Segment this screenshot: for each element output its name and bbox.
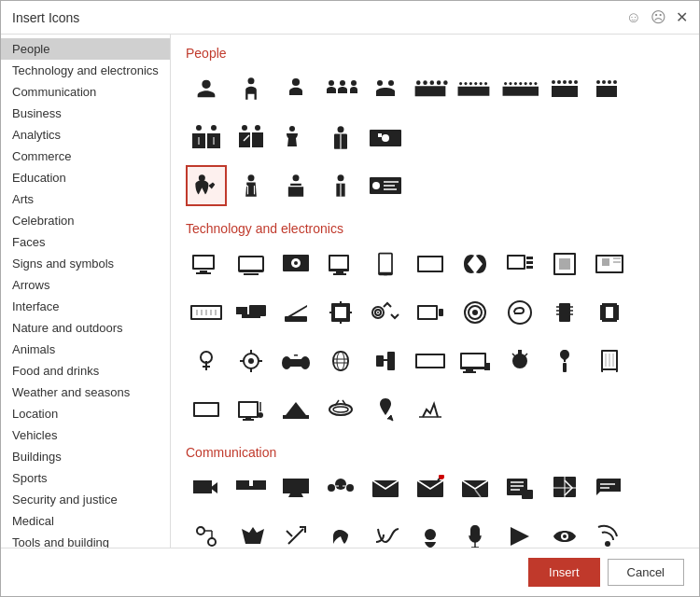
icon-cell[interactable] (186, 68, 227, 109)
sidebar-item-sports[interactable]: Sports (1, 467, 170, 489)
icon-cell[interactable] (455, 467, 496, 508)
icon-cell[interactable] (365, 243, 406, 285)
sidebar-item-education[interactable]: Education (1, 167, 170, 188)
icon-cell[interactable] (320, 292, 361, 333)
sidebar-item-buildings[interactable]: Buildings (1, 446, 170, 467)
icon-cell[interactable] (231, 340, 272, 382)
icon-cell[interactable] (231, 292, 272, 333)
sidebar-item-interface[interactable]: Interface (1, 296, 170, 317)
sidebar-item-people[interactable]: People (1, 38, 170, 60)
icon-cell[interactable] (544, 467, 585, 508)
icon-cell[interactable] (320, 467, 361, 508)
sidebar-item-business[interactable]: Business (1, 103, 170, 124)
icon-cell[interactable] (275, 292, 316, 333)
sidebar-item-signs-and-symbols[interactable]: Signs and symbols (1, 253, 170, 274)
icon-cell[interactable] (589, 68, 630, 109)
insert-button[interactable]: Insert (528, 558, 600, 587)
icon-cell[interactable] (275, 389, 316, 430)
icon-cell[interactable] (455, 243, 496, 285)
close-icon[interactable]: ✕ (676, 8, 688, 26)
sidebar-item-food-and-drinks[interactable]: Food and drinks (1, 360, 170, 382)
icon-cell[interactable] (499, 340, 540, 382)
icon-cell[interactable] (320, 389, 361, 430)
sidebar-item-technology-and-electronics[interactable]: Technology and electronics (1, 60, 170, 81)
icon-cell[interactable] (186, 117, 227, 158)
icon-cell[interactable] (589, 516, 630, 548)
icon-cell[interactable] (365, 68, 406, 109)
sidebar-item-faces[interactable]: Faces (1, 231, 170, 253)
icon-cell[interactable] (320, 516, 361, 548)
icon-cell[interactable] (589, 243, 630, 285)
icon-cell[interactable] (455, 340, 496, 382)
icon-cell[interactable] (320, 117, 361, 158)
sidebar-item-weather-and-seasons[interactable]: Weather and seasons (1, 382, 170, 403)
icon-cell[interactable] (410, 389, 451, 430)
sidebar-item-security-and-justice[interactable]: Security and justice (1, 489, 170, 510)
sidebar-item-arts[interactable]: Arts (1, 188, 170, 210)
icon-cell[interactable] (589, 467, 630, 508)
icon-cell[interactable] (365, 117, 406, 158)
icon-cell[interactable] (275, 516, 316, 548)
icon-cell[interactable] (365, 165, 406, 206)
icon-cell[interactable] (320, 68, 361, 109)
icon-cell[interactable] (365, 389, 406, 430)
icon-cell[interactable] (186, 389, 227, 430)
icon-cell[interactable] (186, 340, 227, 382)
sidebar-item-animals[interactable]: Animals (1, 339, 170, 360)
icon-cell[interactable] (231, 467, 272, 508)
icon-cell[interactable] (544, 68, 585, 109)
icon-cell[interactable] (231, 243, 272, 285)
icon-cell[interactable] (275, 340, 316, 382)
icon-cell[interactable] (499, 467, 540, 508)
icon-cell[interactable] (455, 68, 496, 109)
icon-cell[interactable] (544, 243, 585, 285)
sidebar-item-arrows[interactable]: Arrows (1, 274, 170, 296)
sidebar-item-communication[interactable]: Communication (1, 81, 170, 103)
cancel-button[interactable]: Cancel (608, 559, 684, 586)
icon-cell[interactable] (365, 467, 406, 508)
icon-cell[interactable] (275, 467, 316, 508)
sidebar-item-medical[interactable]: Medical (1, 510, 170, 532)
sidebar-item-nature-and-outdoors[interactable]: Nature and outdoors (1, 317, 170, 339)
icon-cell[interactable] (410, 68, 451, 109)
sidebar-item-vehicles[interactable]: Vehicles (1, 424, 170, 446)
icon-cell[interactable] (589, 340, 630, 382)
icon-cell[interactable] (186, 516, 227, 548)
icon-cell[interactable] (275, 68, 316, 109)
icon-cell[interactable] (365, 340, 406, 382)
sidebar-item-celebration[interactable]: Celebration (1, 210, 170, 231)
sad-icon[interactable]: ☹ (651, 8, 666, 26)
icon-cell[interactable] (275, 165, 316, 206)
icon-cell-selected[interactable] (186, 165, 227, 206)
icon-cell[interactable] (544, 292, 585, 333)
icon-cell[interactable] (186, 243, 227, 285)
icon-cell[interactable] (499, 68, 540, 109)
icon-cell[interactable] (365, 292, 406, 333)
icon-cell[interactable] (410, 516, 451, 548)
icon-cell[interactable] (589, 292, 630, 333)
icon-cell[interactable] (231, 165, 272, 206)
icon-cell[interactable] (499, 292, 540, 333)
icon-cell[interactable] (410, 243, 451, 285)
icon-cell[interactable] (231, 117, 272, 158)
icon-cell[interactable] (410, 467, 451, 508)
icon-cell[interactable] (499, 243, 540, 285)
icon-cell[interactable] (186, 292, 227, 333)
icon-cell[interactable] (499, 516, 540, 548)
sidebar-item-commerce[interactable]: Commerce (1, 146, 170, 167)
icon-cell[interactable] (365, 516, 406, 548)
icon-cell[interactable] (544, 516, 585, 548)
sidebar-item-analytics[interactable]: Analytics (1, 124, 170, 146)
happy-icon[interactable]: ☺ (626, 9, 641, 26)
icon-cell[interactable] (455, 292, 496, 333)
icon-cell[interactable] (275, 243, 316, 285)
icon-cell[interactable] (231, 68, 272, 109)
icon-cell[interactable] (231, 516, 272, 548)
icon-cell[interactable] (455, 516, 496, 548)
icon-cell[interactable] (320, 243, 361, 285)
icon-cell[interactable] (410, 340, 451, 382)
icon-cell[interactable] (544, 340, 585, 382)
icon-cell[interactable] (231, 389, 272, 430)
sidebar-item-tools-and-building[interactable]: Tools and building (1, 532, 170, 548)
icon-cell[interactable] (320, 165, 361, 206)
